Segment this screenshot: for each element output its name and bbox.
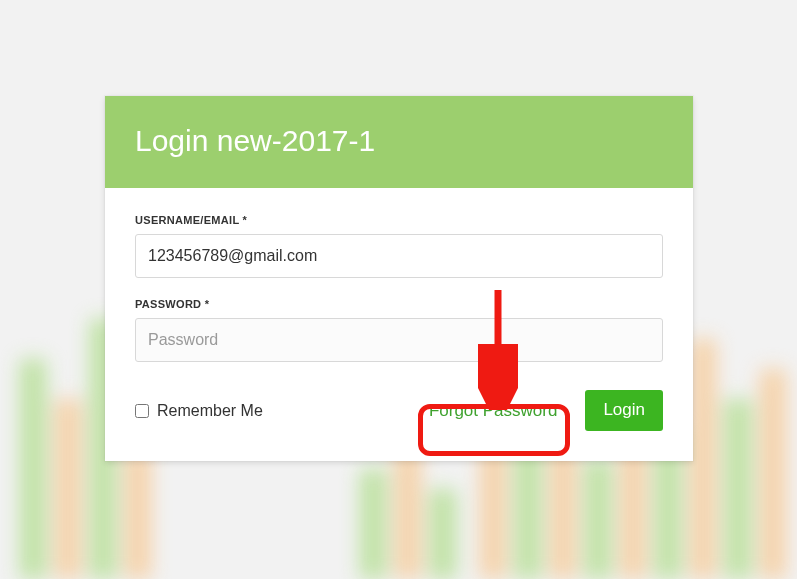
password-group: PASSWORD * [135,298,663,362]
password-input[interactable] [135,318,663,362]
forgot-password-link[interactable]: Forgot Password [419,395,568,427]
actions-row: Remember Me Forgot Password Login [135,390,663,431]
login-card: Login new-2017-1 USERNAME/EMAIL * PASSWO… [105,96,693,461]
username-label: USERNAME/EMAIL * [135,214,663,226]
username-input[interactable] [135,234,663,278]
remember-me-checkbox[interactable] [135,404,149,418]
card-body: USERNAME/EMAIL * PASSWORD * Remember Me … [105,188,693,461]
card-title: Login new-2017-1 [105,96,693,188]
password-label: PASSWORD * [135,298,663,310]
username-group: USERNAME/EMAIL * [135,214,663,278]
remember-me[interactable]: Remember Me [135,402,263,420]
login-button[interactable]: Login [585,390,663,431]
remember-me-label: Remember Me [157,402,263,420]
